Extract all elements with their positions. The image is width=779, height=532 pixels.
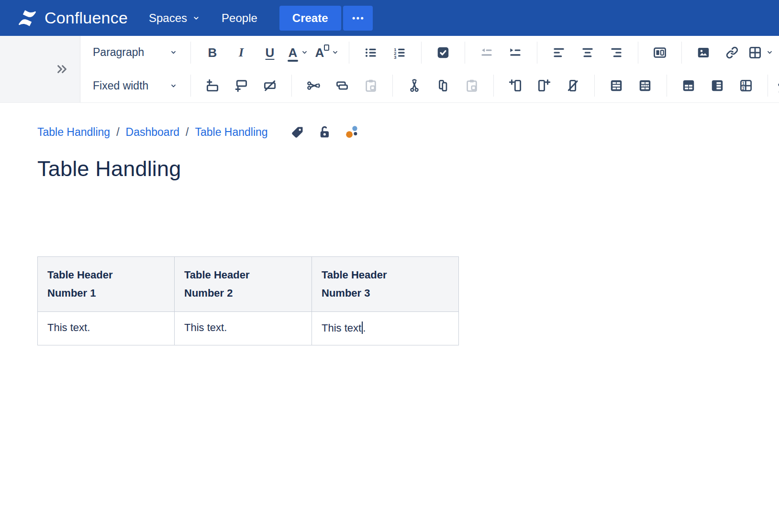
cut-row-button[interactable] (299, 74, 328, 97)
insert-column-left-icon (508, 78, 523, 93)
double-chevron-right-icon (56, 63, 68, 76)
nav-people-label: People (222, 11, 257, 25)
task-checkbox-icon (436, 45, 450, 60)
align-right-button[interactable] (602, 41, 631, 64)
cut-column-icon (407, 78, 422, 93)
copy-row-icon (335, 78, 349, 93)
breadcrumb-dashboard-link[interactable]: Dashboard (126, 126, 180, 139)
toolbar-separator (638, 42, 638, 64)
table-cell-1[interactable]: This text. (38, 311, 175, 345)
paste-column-button[interactable] (457, 74, 486, 97)
toolbar-separator (291, 75, 292, 97)
table-header-cell-1[interactable]: Table Header Number 1 (38, 257, 175, 312)
cut-row-icon (306, 78, 321, 93)
toolbar-separator (421, 42, 422, 64)
restrictions-button[interactable] (317, 125, 332, 140)
confluence-home-link[interactable]: Confluence (16, 7, 128, 29)
header-column-button[interactable] (703, 74, 732, 97)
create-more-button[interactable] (343, 6, 373, 31)
outdent-button[interactable] (472, 41, 501, 64)
cell-color-dropdown[interactable] (775, 74, 779, 97)
indent-icon (508, 45, 523, 60)
page-layout-button[interactable] (645, 41, 674, 64)
remove-column-icon (566, 78, 580, 93)
toolbar-separator (594, 75, 595, 97)
status-button[interactable] (345, 125, 359, 140)
numbering-column-button[interactable] (732, 74, 760, 97)
page-content: Table Handling / Dashboard / Table Handl… (0, 125, 779, 345)
toolbar-separator (681, 42, 682, 64)
indent-button[interactable] (501, 41, 530, 64)
table-header-cell-2[interactable]: Table Header Number 2 (175, 257, 312, 312)
paste-row-icon (364, 78, 378, 93)
insert-link-button[interactable] (718, 41, 746, 64)
insert-row-below-icon (234, 78, 248, 93)
expand-sidebar-button[interactable] (56, 63, 68, 76)
remove-column-button[interactable] (558, 74, 587, 97)
split-cells-button[interactable] (631, 74, 659, 97)
insert-column-right-button[interactable] (530, 74, 558, 97)
merge-cells-button[interactable] (602, 74, 631, 97)
breadcrumb-page-link[interactable]: Table Handling (195, 126, 267, 139)
labels-button[interactable] (290, 125, 305, 140)
chevron-down-icon (169, 82, 178, 90)
nav-spaces-label: Spaces (149, 11, 187, 25)
insert-column-right-icon (537, 78, 551, 93)
unlock-icon (317, 125, 332, 140)
copy-row-button[interactable] (328, 74, 356, 97)
status-dots-icon (345, 125, 359, 140)
editor-toolbar: Paragraph B I U A A (0, 36, 779, 103)
bullet-list-button[interactable] (356, 41, 385, 64)
toolbar-rows: Paragraph B I U A A (80, 36, 779, 102)
underline-button[interactable]: U (256, 41, 284, 64)
brand-name: Confluence (45, 9, 128, 27)
create-button[interactable]: Create (279, 6, 341, 31)
chevron-down-icon (192, 14, 200, 22)
align-left-button[interactable] (545, 41, 573, 64)
more-formatting-dropdown[interactable]: A (313, 41, 342, 64)
insert-column-left-button[interactable] (501, 74, 530, 97)
remove-row-icon (263, 78, 277, 93)
table-width-dropdown[interactable]: Fixed width (90, 74, 183, 97)
insert-image-button[interactable] (689, 41, 718, 64)
align-right-icon (609, 45, 623, 60)
table-cell-3[interactable]: This text. (312, 311, 459, 345)
breadcrumb: Table Handling / Dashboard / Table Handl… (37, 125, 779, 140)
content-table: Table Header Number 1 Table Header Numbe… (37, 256, 459, 345)
insert-table-dropdown[interactable] (746, 41, 775, 64)
insert-row-above-icon (205, 78, 220, 93)
italic-button[interactable]: I (227, 41, 256, 64)
remove-row-button[interactable] (256, 74, 284, 97)
confluence-logo-icon (16, 7, 38, 29)
numbered-list-button[interactable] (385, 41, 414, 64)
paragraph-style-dropdown[interactable]: Paragraph (90, 41, 183, 64)
nav-spaces-menu[interactable]: Spaces (149, 11, 200, 25)
toolbar-separator (465, 42, 465, 64)
align-center-button[interactable] (573, 41, 602, 64)
insert-row-below-button[interactable] (227, 74, 256, 97)
toolbar-separator (392, 75, 393, 97)
align-left-icon (552, 45, 566, 60)
toolbar-row-table: Fixed width (80, 69, 779, 103)
copy-column-button[interactable] (429, 74, 457, 97)
page-title[interactable]: Table Handling (37, 156, 779, 181)
header-row-button[interactable] (674, 74, 703, 97)
table-cell-2[interactable]: This text. (175, 311, 312, 345)
breadcrumb-separator: / (186, 126, 189, 139)
merge-cells-icon (609, 78, 623, 93)
text-color-dropdown[interactable]: A (284, 41, 313, 64)
nav-people-link[interactable]: People (222, 11, 257, 25)
paste-row-button[interactable] (356, 74, 385, 97)
image-icon (696, 45, 711, 60)
breadcrumb-space-link[interactable]: Table Handling (37, 126, 110, 139)
toolbar-separator (768, 75, 768, 97)
toolbar-separator (493, 75, 494, 97)
insert-row-above-button[interactable] (198, 74, 227, 97)
table-header-cell-3[interactable]: Table Header Number 3 (312, 257, 459, 312)
numbering-column-icon (739, 78, 753, 93)
chevron-down-icon (169, 48, 178, 56)
bold-button[interactable]: B (198, 41, 227, 64)
cut-column-button[interactable] (400, 74, 429, 97)
paragraph-style-label: Paragraph (93, 46, 144, 59)
task-list-button[interactable] (429, 41, 457, 64)
